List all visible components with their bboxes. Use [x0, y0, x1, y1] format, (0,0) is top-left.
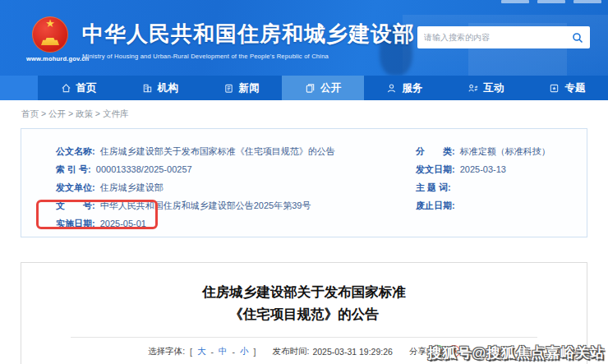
info-value: 2025-05-01: [100, 214, 146, 233]
nav-left-strip: [0, 76, 38, 100]
document-title: 住房城乡建设部关于发布国家标准 《住宅项目规范》的公告: [21, 281, 587, 325]
documents-icon: [305, 83, 316, 94]
site-brand[interactable]: ★ www.mohurd.gov.cn 中华人民共和国住房和城乡建设部 Mini…: [26, 15, 415, 62]
clipped-utility-text: [501, 0, 601, 4]
nav-item-disclosure[interactable]: 公开: [282, 76, 363, 100]
interaction-icon: [468, 83, 478, 94]
nav-item-label: 专题: [564, 81, 585, 95]
font-size-large[interactable]: 大: [197, 346, 206, 357]
info-row-effective-date: 实施日期: 2025-05-01: [56, 214, 408, 233]
document-info-panel: 公文名称: 住房城乡建设部关于发布国家标准《住宅项目规范》的公告 索 引 号: …: [21, 128, 587, 237]
main-nav: 首页 机构 新闻 公开: [0, 76, 608, 100]
info-value: 中华人民共和国住房和城乡建设部公告2025年第39号: [100, 196, 311, 214]
info-label: 主 题 词:: [416, 178, 451, 196]
info-row-category: 分 类: 标准定额（标准科技）: [416, 142, 587, 160]
nav-item-interact[interactable]: 互动: [445, 76, 527, 100]
nav-item-label: 首页: [76, 81, 97, 95]
site-header: ★ www.mohurd.gov.cn 中华人民共和国住房和城乡建设部 Mini…: [0, 0, 608, 76]
info-label: 公文名称:: [56, 142, 95, 160]
document-title-line1: 住房城乡建设部关于发布国家标准: [21, 281, 587, 303]
site-title: 中华人民共和国住房和城乡建设部: [82, 20, 415, 48]
info-row-issuing-org: 发文单位: 住房城乡建设部: [56, 178, 408, 196]
page: ★ www.mohurd.gov.cn 中华人民共和国住房和城乡建设部 Mini…: [0, 0, 608, 364]
publish-time-label: 发布时间:: [272, 346, 309, 357]
info-value: 标准定额（标准科技）: [460, 142, 550, 160]
info-row-repeal-date: 废止日期:: [416, 196, 587, 214]
search-input[interactable]: [424, 33, 572, 42]
nav-item-services[interactable]: 服务: [364, 76, 445, 100]
info-label: 文 号:: [56, 196, 95, 214]
building-icon: [142, 83, 153, 94]
search-icon[interactable]: [572, 32, 583, 44]
font-size-medium[interactable]: 中: [219, 346, 228, 357]
national-emblem-icon: ★: [32, 16, 68, 53]
info-value: 2025-03-13: [460, 160, 506, 178]
font-select-label: 选择字体:: [148, 346, 185, 357]
share-label: 分享:: [409, 346, 429, 357]
news-icon: [223, 83, 234, 94]
search-box[interactable]: [417, 26, 590, 48]
info-label: 发文单位:: [56, 178, 95, 196]
document-title-line2: 《住宅项目规范》的公告: [21, 303, 587, 325]
nav-item-label: 新闻: [239, 81, 260, 95]
info-row-index-no: 索 引 号: 000013338/2025-00257: [56, 160, 408, 178]
separator: -: [211, 347, 214, 357]
info-row-title: 公文名称: 住房城乡建设部关于发布国家标准《住宅项目规范》的公告: [56, 142, 408, 160]
breadcrumb[interactable]: 首页 > 公开 > 政策 > 文件库: [0, 100, 608, 127]
info-label: 实施日期:: [56, 214, 95, 233]
nav-item-label: 机构: [158, 81, 178, 95]
nav-item-label: 互动: [483, 81, 504, 95]
nav-item-label: 服务: [402, 81, 422, 95]
home-icon: [61, 83, 71, 94]
title-divider: [71, 337, 537, 338]
info-value: 000013338/2025-00257: [96, 160, 192, 178]
info-label: 索 引 号:: [56, 160, 91, 178]
publish-time-value: 2025-03-31 19:29:26: [312, 347, 393, 357]
nav-item-label: 公开: [320, 81, 341, 95]
info-label: 发文日期:: [416, 160, 455, 178]
info-label: 分 类:: [416, 142, 455, 160]
nav-item-orgs[interactable]: 机构: [119, 76, 200, 100]
info-row-doc-number: 文 号: 中华人民共和国住房和城乡建设部公告2025年第39号: [56, 196, 408, 214]
nav-item-topics[interactable]: 专题: [527, 76, 608, 100]
bracket: [: [190, 347, 192, 357]
site-url: www.mohurd.gov.cn: [26, 55, 74, 62]
info-row-subject-words: 主 题 词:: [416, 178, 587, 196]
nav-item-home[interactable]: 首页: [38, 76, 119, 100]
info-label: 废止日期:: [416, 196, 455, 214]
info-row-issue-date: 发文日期: 2025-03-13: [416, 160, 587, 178]
separator: -: [233, 347, 236, 357]
info-value: 住房城乡建设部: [100, 178, 164, 196]
font-size-small[interactable]: 小: [240, 346, 249, 357]
bracket: ]: [254, 347, 256, 357]
star-badge-icon: [549, 83, 560, 94]
nav-item-news[interactable]: 新闻: [200, 76, 282, 100]
site-subtitle: Ministry of Housing and Urban-Rural Deve…: [82, 53, 415, 60]
info-value: 住房城乡建设部关于发布国家标准《住宅项目规范》的公告: [100, 142, 335, 160]
person-icon: [386, 83, 397, 94]
watermark-text: 搜狐号@搜狐焦点嘉峪关站: [427, 343, 605, 362]
